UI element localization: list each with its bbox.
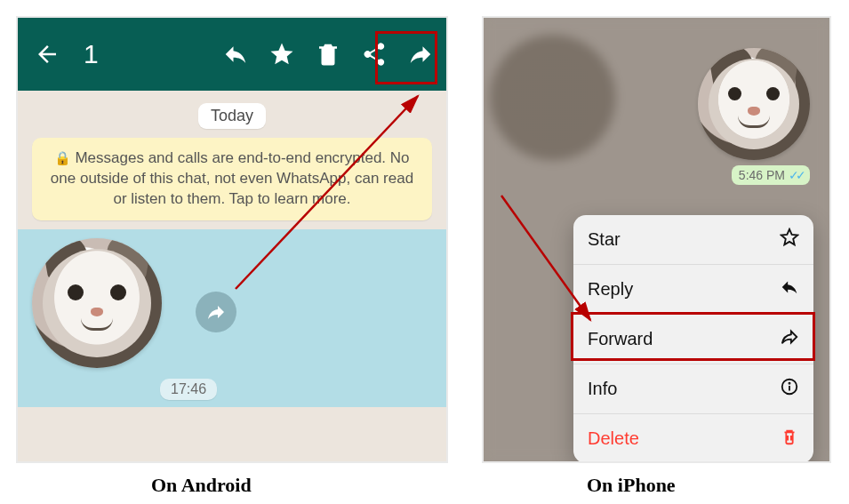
menu-item-label: Forward — [588, 329, 653, 349]
menu-item-star[interactable]: Star — [573, 215, 813, 265]
iphone-screenshot: 5:46 PM ✓✓ Star Reply — [482, 16, 831, 463]
android-screenshot: 1 Today — [16, 16, 448, 463]
caption-android: On Android — [151, 474, 252, 497]
menu-item-info[interactable]: Info — [573, 364, 813, 414]
back-arrow-icon[interactable] — [34, 41, 60, 68]
lock-icon: 🔒 — [54, 150, 71, 165]
date-header-pill: Today — [198, 103, 266, 129]
sent-sticker-message[interactable]: 5:46 PM ✓✓ — [698, 48, 810, 185]
menu-item-label: Delete — [588, 428, 639, 449]
trash-icon[interactable] — [315, 41, 341, 68]
menu-item-label: Reply — [588, 279, 633, 300]
menu-item-label: Star — [588, 229, 621, 250]
star-outline-icon — [780, 228, 799, 252]
info-icon — [780, 377, 799, 401]
menu-item-label: Info — [588, 379, 617, 399]
sticker-cat — [32, 238, 162, 368]
trash-icon — [780, 427, 799, 451]
forward-icon[interactable] — [407, 41, 434, 68]
selected-message-row[interactable]: 17:46 — [18, 229, 446, 407]
forward-icon — [780, 327, 799, 351]
encryption-notice[interactable]: 🔒Messages and calls are end-to-end encry… — [32, 138, 432, 220]
message-time-badge: 5:46 PM ✓✓ — [732, 165, 810, 185]
message-time-text: 5:46 PM — [739, 168, 785, 182]
selected-count: 1 — [84, 39, 99, 69]
encryption-notice-text: Messages and calls are end-to-end encryp… — [51, 149, 413, 207]
forward-bubble-icon[interactable] — [196, 292, 236, 332]
reply-icon — [780, 277, 799, 301]
menu-item-reply[interactable]: Reply — [573, 265, 813, 315]
reply-icon[interactable] — [222, 41, 249, 68]
menu-item-forward[interactable]: Forward — [573, 315, 813, 364]
message-time: 17:46 — [160, 379, 217, 400]
star-icon[interactable] — [268, 41, 295, 68]
android-selection-toolbar: 1 — [18, 18, 446, 91]
svg-point-3 — [789, 383, 789, 384]
read-receipt-icon: ✓✓ — [789, 168, 803, 182]
menu-item-delete[interactable]: Delete — [573, 414, 813, 463]
sticker-cat — [698, 48, 810, 160]
share-icon[interactable] — [361, 41, 388, 68]
context-menu: Star Reply Forward — [573, 215, 813, 463]
caption-iphone: On iPhone — [587, 474, 676, 497]
